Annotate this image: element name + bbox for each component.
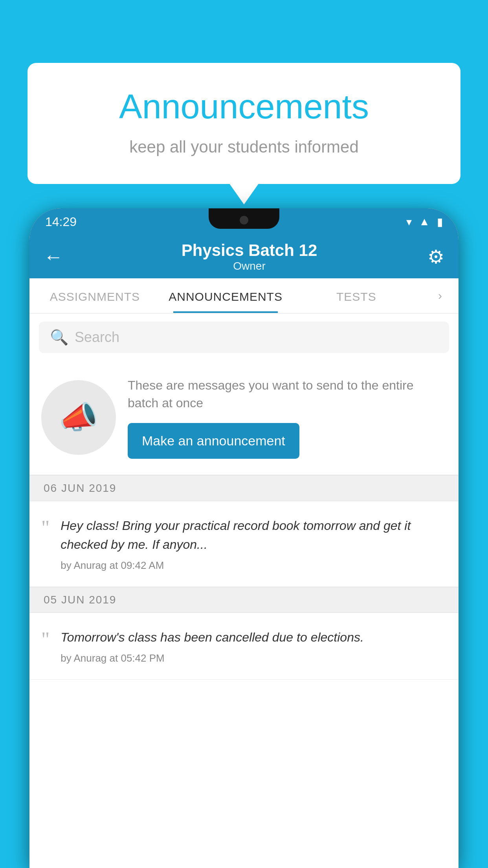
announcement-content-1: Hey class! Bring your practical record b… — [61, 516, 447, 572]
megaphone-icon: 📣 — [59, 399, 98, 436]
announcement-text-2: Tomorrow's class has been cancelled due … — [61, 628, 447, 647]
date-separator-1: 06 JUN 2019 — [29, 475, 459, 501]
tab-more-icon[interactable]: › — [422, 278, 459, 313]
status-icons: ▾ ▲ ▮ — [406, 215, 443, 228]
app-bar-title-container: Physics Batch 12 Owner — [71, 241, 427, 272]
signal-icon: ▲ — [419, 215, 430, 228]
search-bar[interactable]: 🔍 Search — [39, 322, 449, 353]
announcement-content-2: Tomorrow's class has been cancelled due … — [61, 628, 447, 664]
promo-icon-circle: 📣 — [41, 380, 116, 455]
quote-icon-1: " — [41, 518, 50, 538]
wifi-icon: ▾ — [406, 215, 412, 228]
date-separator-2: 05 JUN 2019 — [29, 587, 459, 613]
tab-announcements[interactable]: ANNOUNCEMENTS — [160, 278, 291, 313]
settings-icon[interactable]: ⚙ — [427, 246, 444, 268]
announcement-text-1: Hey class! Bring your practical record b… — [61, 516, 447, 554]
app-bar-title: Physics Batch 12 — [71, 241, 427, 260]
announcement-meta-2: by Anurag at 05:42 PM — [61, 652, 447, 664]
phone-frame: 14:29 ▾ ▲ ▮ ← Physics Batch 12 Owner ⚙ A… — [29, 208, 459, 868]
tab-assignments[interactable]: ASSIGNMENTS — [29, 278, 160, 313]
bubble-subtitle: keep all your students informed — [59, 138, 429, 156]
tab-bar: ASSIGNMENTS ANNOUNCEMENTS TESTS › — [29, 278, 459, 314]
phone-screen: 14:29 ▾ ▲ ▮ ← Physics Batch 12 Owner ⚙ A… — [29, 208, 459, 868]
search-placeholder: Search — [75, 329, 119, 346]
make-announcement-button[interactable]: Make an announcement — [128, 423, 299, 459]
speech-bubble: Announcements keep all your students inf… — [28, 63, 460, 184]
quote-icon-2: " — [41, 629, 50, 650]
tab-tests[interactable]: TESTS — [291, 278, 422, 313]
announcement-item-2[interactable]: " Tomorrow's class has been cancelled du… — [29, 613, 459, 680]
promo-description: These are messages you want to send to t… — [128, 377, 447, 412]
speech-bubble-container: Announcements keep all your students inf… — [28, 63, 460, 184]
notch — [209, 208, 279, 229]
bubble-title: Announcements — [59, 86, 429, 127]
app-bar-subtitle: Owner — [71, 260, 427, 272]
battery-icon: ▮ — [437, 215, 443, 228]
notch-camera — [240, 216, 248, 224]
search-container: 🔍 Search — [29, 314, 459, 361]
promo-content: These are messages you want to send to t… — [128, 377, 447, 459]
status-bar: 14:29 ▾ ▲ ▮ — [29, 208, 459, 235]
app-bar: ← Physics Batch 12 Owner ⚙ — [29, 235, 459, 278]
back-button[interactable]: ← — [44, 245, 63, 268]
promo-section: 📣 These are messages you want to send to… — [29, 361, 459, 475]
announcement-meta-1: by Anurag at 09:42 AM — [61, 559, 447, 572]
status-time: 14:29 — [45, 215, 77, 229]
search-icon: 🔍 — [50, 329, 68, 346]
announcement-item-1[interactable]: " Hey class! Bring your practical record… — [29, 501, 459, 587]
